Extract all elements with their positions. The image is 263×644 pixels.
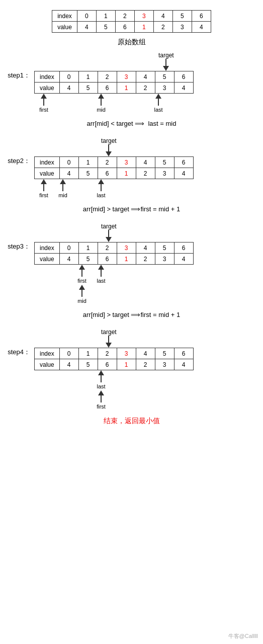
idx-0: 0 — [77, 11, 96, 22]
step4-section: target step4： index 012 3 456 — [0, 329, 263, 428]
idx-6: 6 — [192, 11, 211, 22]
step1-last-arrow: last — [154, 94, 162, 113]
step2-label: step2： — [0, 156, 34, 166]
step2-table-area: index 012 3 456 value 456 1 234 — [34, 156, 194, 198]
step2-first-arrow: first — [39, 179, 48, 198]
step2-mid-arrow: mid — [58, 179, 67, 198]
step1-mid-arrow: mid — [97, 94, 106, 113]
step2-target-label: target — [101, 137, 117, 144]
step2-formula: arr[mid] > target ⟹first = mid + 1 — [83, 205, 180, 213]
step3-table-area: index 012 3 456 value 456 1 234 — [34, 242, 194, 304]
step1-first-arrow: first — [39, 94, 48, 113]
idx-3: 3 — [134, 11, 153, 22]
val-0: 4 — [77, 22, 96, 33]
step2-block: step2： index 012 3 456 value 456 1 234 — [0, 156, 263, 198]
val-4: 2 — [153, 22, 172, 33]
step3-block: step3： index 012 3 456 value 456 1 234 — [0, 242, 263, 304]
val-1: 5 — [96, 22, 115, 33]
val-6: 4 — [192, 22, 211, 33]
step2-table: index 012 3 456 value 456 1 234 — [34, 156, 194, 179]
step2-section: target step2： index 012 3 456 — [0, 137, 263, 215]
step2-last-arrow: last — [97, 179, 105, 198]
val-5: 3 — [172, 22, 192, 33]
step3-first-arrow: first — [77, 265, 86, 284]
idx-2: 2 — [115, 11, 134, 22]
step1-block: step1： index 012 3 456 value 456 1 234 — [0, 71, 263, 113]
step2-formula-block: arr[mid] > target ⟹first = mid + 1 — [0, 202, 263, 215]
step3-formula-block: arr[mid] > target ⟹first = mid + 1 — [0, 308, 263, 320]
step1-label: step1： — [0, 71, 34, 80]
step3-target-label: target — [101, 223, 117, 230]
step1-target-arrow — [163, 59, 169, 71]
page-container: index 0 1 2 3 4 5 6 value 4 5 6 1 2 3 4 … — [0, 0, 263, 441]
step4-label: step4： — [0, 348, 34, 357]
step4-target-arrow — [106, 336, 112, 348]
initial-section: index 0 1 2 3 4 5 6 value 4 5 6 1 2 3 4 … — [0, 5, 263, 47]
step4-target-label: target — [101, 329, 117, 336]
step4-table-area: index 012 3 456 value 456 1 234 — [34, 348, 194, 410]
step1-section: target step1： index 012 3 456 — [0, 52, 263, 129]
step1-formula-block: arr[mid] < target ⟹ last = mid — [0, 117, 263, 129]
step4-formula-block: 结束，返回最小值 — [0, 414, 263, 428]
step1-target-label: target — [158, 52, 174, 59]
initial-title: 原始数组 — [118, 38, 146, 47]
step4-block: step4： index 012 3 456 value 456 1 234 — [0, 348, 263, 410]
watermark: 牛客@Calllll — [228, 632, 258, 640]
idx-4: 4 — [153, 11, 172, 22]
initial-array-table: index 0 1 2 3 4 5 6 value 4 5 6 1 2 3 4 — [52, 10, 211, 33]
idx-5: 5 — [172, 11, 192, 22]
step3-table: index 012 3 456 value 456 1 234 — [34, 242, 194, 265]
step1-table-area: index 012 3 456 value 456 1 234 — [34, 71, 194, 113]
step3-label: step3： — [0, 242, 34, 251]
step1-formula: arr[mid] < target ⟹ last = mid — [87, 120, 177, 127]
step3-target-arrow — [106, 230, 112, 242]
step3-last-arrow: last — [97, 265, 105, 284]
idx-1: 1 — [96, 11, 115, 22]
step2-target-arrow — [106, 144, 112, 156]
val-3: 1 — [134, 22, 153, 33]
step4-last-arrow: last — [97, 370, 105, 389]
step4-formula: 结束，返回最小值 — [104, 417, 160, 426]
val-2: 6 — [115, 22, 134, 33]
step3-mid-arrow: mid — [77, 285, 86, 304]
index-label: index — [52, 11, 77, 22]
step4-first-arrow: first — [97, 390, 106, 410]
step4-table: index 012 3 456 value 456 1 234 — [34, 348, 194, 370]
step1-table: index 012 3 456 value 456 1 234 — [34, 71, 194, 94]
value-label: value — [52, 22, 77, 33]
step3-formula: arr[mid] > target ⟹first = mid + 1 — [83, 311, 180, 318]
step3-section: target step3： index 012 3 456 — [0, 223, 263, 320]
